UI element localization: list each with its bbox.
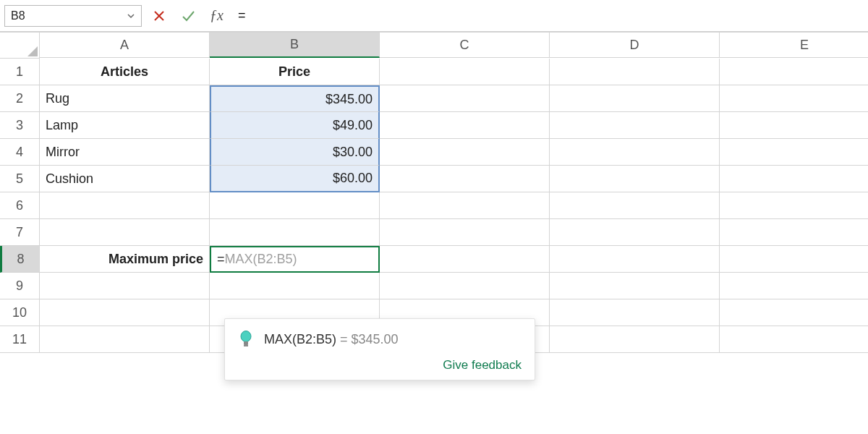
cell-E1[interactable] <box>720 59 868 85</box>
cell-B1[interactable]: Price <box>210 59 380 85</box>
cell-C1[interactable] <box>380 59 550 85</box>
cell-B2[interactable]: $345.00 <box>210 85 380 112</box>
col-header-C[interactable]: C <box>380 32 550 58</box>
cell-C5[interactable] <box>380 166 550 192</box>
formula-autocomplete-ghost: MAX(B2:B5) <box>225 252 297 267</box>
name-box[interactable]: B8 <box>4 5 142 27</box>
cell-value: Maximum price <box>109 252 203 267</box>
cell-B9[interactable] <box>210 273 380 299</box>
svg-point-0 <box>241 331 251 342</box>
edit-prefix: = <box>217 252 225 267</box>
row-header-1[interactable]: 1 <box>0 59 40 85</box>
row-header-10[interactable]: 10 <box>0 299 40 326</box>
cell-D5[interactable] <box>550 166 720 192</box>
col-label: C <box>460 38 469 53</box>
cell-D4[interactable] <box>550 139 720 166</box>
cell-A1[interactable]: Articles <box>40 59 210 85</box>
accept-button[interactable] <box>176 5 200 27</box>
suggestion-formula: MAX(B2:B5) <box>264 332 336 346</box>
formula-input[interactable] <box>234 5 864 27</box>
cell-C2[interactable] <box>380 85 550 112</box>
cell-E8[interactable] <box>720 246 868 273</box>
row-header-7[interactable]: 7 <box>0 219 40 246</box>
cell-B8-editing[interactable]: =MAX(B2:B5) <box>210 246 380 273</box>
name-box-value: B8 <box>11 9 25 22</box>
row-header-2[interactable]: 2 <box>0 85 40 112</box>
row-label: 1 <box>16 64 23 80</box>
cell-C6[interactable] <box>380 192 550 219</box>
cell-A2[interactable]: Rug <box>40 85 210 112</box>
cell-B6[interactable] <box>210 192 380 219</box>
cell-E10[interactable] <box>720 299 868 326</box>
cell-C4[interactable] <box>380 139 550 166</box>
cancel-button[interactable] <box>148 5 171 27</box>
suggestion-text: MAX(B2:B5) = $345.00 <box>264 332 399 347</box>
check-icon <box>180 8 196 24</box>
cell-A10[interactable] <box>40 299 210 326</box>
cell-E11[interactable] <box>720 326 868 353</box>
close-icon <box>152 9 166 23</box>
cell-A3[interactable]: Lamp <box>40 112 210 139</box>
suggestion-row[interactable]: MAX(B2:B5) = $345.00 <box>238 329 522 349</box>
cell-E5[interactable] <box>720 166 868 192</box>
cell-value: Rug <box>46 91 69 106</box>
cell-C7[interactable] <box>380 219 550 246</box>
cell-value: Price <box>278 64 310 80</box>
cell-B7[interactable] <box>210 219 380 246</box>
row-header-6[interactable]: 6 <box>0 192 40 219</box>
cell-A4[interactable]: Mirror <box>40 139 210 166</box>
cell-A9[interactable] <box>40 273 210 299</box>
col-header-E[interactable]: E <box>720 32 868 58</box>
cell-B4[interactable]: $30.00 <box>210 139 380 166</box>
cell-E2[interactable] <box>720 85 868 112</box>
cell-C9[interactable] <box>380 273 550 299</box>
cell-A11[interactable] <box>40 326 210 353</box>
row-header-11[interactable]: 11 <box>0 326 40 353</box>
row-label: 6 <box>16 198 23 213</box>
cell-A7[interactable] <box>40 219 210 246</box>
row-header-9[interactable]: 9 <box>0 273 40 299</box>
col-label: A <box>120 38 129 53</box>
col-header-B[interactable]: B <box>210 32 380 58</box>
cell-E7[interactable] <box>720 219 868 246</box>
select-all-corner[interactable] <box>0 32 40 59</box>
chevron-down-icon <box>127 12 135 20</box>
suggestion-result: $345.00 <box>352 332 399 346</box>
cell-D7[interactable] <box>550 219 720 246</box>
cell-D1[interactable] <box>550 59 720 85</box>
col-header-D[interactable]: D <box>550 32 720 58</box>
cell-B3[interactable]: $49.00 <box>210 112 380 139</box>
row-header-5[interactable]: 5 <box>0 166 40 192</box>
row-header-3[interactable]: 3 <box>0 112 40 139</box>
cell-D6[interactable] <box>550 192 720 219</box>
cell-A8[interactable]: Maximum price <box>40 246 210 273</box>
fx-label: ƒx <box>205 7 228 24</box>
cell-value: $30.00 <box>333 145 373 160</box>
svg-rect-1 <box>244 341 248 345</box>
row-header-8[interactable]: 8 <box>0 246 40 273</box>
row-label: 4 <box>16 145 23 160</box>
row-label: 5 <box>16 171 23 187</box>
cell-C3[interactable] <box>380 112 550 139</box>
row-header-4[interactable]: 4 <box>0 139 40 166</box>
cell-E9[interactable] <box>720 273 868 299</box>
cell-D8[interactable] <box>550 246 720 273</box>
row-label: 3 <box>16 118 23 133</box>
cell-E3[interactable] <box>720 112 868 139</box>
cell-A6[interactable] <box>40 192 210 219</box>
cell-B5[interactable]: $60.00 <box>210 166 380 192</box>
col-header-A[interactable]: A <box>40 32 210 58</box>
cell-D10[interactable] <box>550 299 720 326</box>
cell-E6[interactable] <box>720 192 868 219</box>
row-label: 7 <box>16 225 23 240</box>
cell-D3[interactable] <box>550 112 720 139</box>
row-label: 8 <box>17 252 24 267</box>
cell-D2[interactable] <box>550 85 720 112</box>
cell-C8[interactable] <box>380 246 550 273</box>
cell-A5[interactable]: Cushion <box>40 166 210 192</box>
formula-bar: B8 ƒx <box>0 0 868 32</box>
cell-E4[interactable] <box>720 139 868 166</box>
cell-D9[interactable] <box>550 273 720 299</box>
cell-D11[interactable] <box>550 326 720 353</box>
cell-value: Articles <box>101 64 148 80</box>
